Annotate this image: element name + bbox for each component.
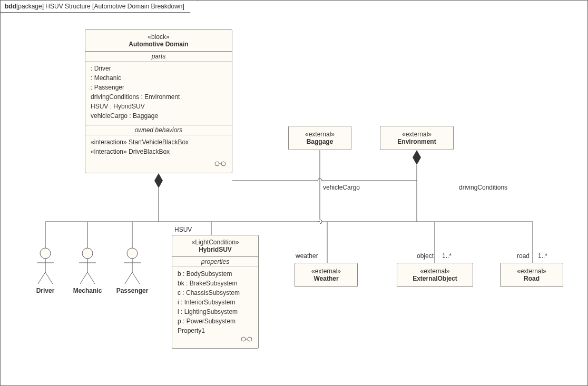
- frame-title: [package] HSUV Structure [Automotive Dom…: [16, 3, 184, 10]
- actor-name: Mechanic: [69, 287, 106, 294]
- section-body-parts: : Driver : Mechanic : Passenger drivingC…: [85, 62, 232, 125]
- part-row: : Passenger: [91, 83, 227, 92]
- svg-line-35: [132, 272, 140, 284]
- composition-diamond-automotive: [154, 173, 163, 188]
- property-row: l : LightingSubsystem: [178, 307, 253, 316]
- block-externalobject: «external» ExternalObject: [397, 263, 473, 287]
- composition-diamond-environment: [413, 150, 421, 165]
- svg-line-24: [38, 272, 45, 284]
- frame-header: bdd[package] HSUV Structure [Automotive …: [1, 1, 198, 13]
- stereotype-label: «external»: [388, 131, 446, 138]
- block-weather: «external» Weather: [295, 263, 358, 287]
- svg-point-19: [248, 337, 252, 341]
- block-header: «LightCondition» HybridSUV: [172, 235, 258, 257]
- svg-line-30: [87, 272, 95, 284]
- stereotype-label: «external»: [296, 131, 344, 138]
- actor-mechanic: Mechanic: [69, 247, 106, 294]
- svg-point-31: [127, 248, 138, 259]
- label-vehiclecargo: vehicleCargo: [323, 184, 360, 191]
- block-environment: «external» Environment: [380, 126, 454, 150]
- glasses-icon: [214, 161, 227, 169]
- behavior-row: «interaction» StartVehicleBlackBox: [91, 137, 227, 147]
- section-title-behaviors: owned behaviors: [85, 125, 232, 135]
- glasses-icon: [240, 336, 253, 344]
- block-name: HybridSUV: [178, 246, 253, 253]
- actor-driver: Driver: [27, 247, 64, 294]
- part-row: drivingConditions : Environment: [91, 92, 227, 102]
- svg-point-16: [221, 162, 226, 166]
- property-row: b : BodySubsystem: [178, 269, 253, 279]
- diagram-frame: bdd[package] HSUV Structure [Automotive …: [0, 0, 588, 386]
- stereotype-label: «external»: [508, 268, 555, 275]
- block-name: Environment: [388, 138, 446, 145]
- section-title-parts: parts: [85, 52, 232, 62]
- actor-passenger: Passenger: [114, 247, 151, 294]
- svg-point-21: [40, 248, 51, 259]
- stereotype-label: «external»: [405, 268, 465, 275]
- block-hybridsuv: «LightCondition» HybridSUV properties b …: [172, 235, 259, 349]
- part-row: vehicleCargo : Baggage: [91, 111, 227, 121]
- property-row: i : InteriorSubsystem: [178, 298, 253, 307]
- part-row: : Driver: [91, 64, 227, 73]
- property-row: bk : BrakeSubsystem: [178, 279, 253, 288]
- block-name: Baggage: [296, 138, 344, 145]
- actor-icon: [35, 247, 56, 285]
- label-road: road: [517, 252, 530, 260]
- label-object: object: [417, 252, 434, 260]
- part-row: : Mechanic: [91, 73, 227, 83]
- svg-line-34: [125, 272, 132, 284]
- svg-point-26: [82, 248, 93, 259]
- stereotype-label: «external»: [302, 268, 350, 275]
- actor-icon: [122, 247, 143, 285]
- part-row: HSUV : HybridSUV: [91, 102, 227, 111]
- block-road: «external» Road: [500, 263, 563, 287]
- block-name: Road: [508, 275, 555, 282]
- label-drivingconditions: drivingConditions: [459, 184, 507, 191]
- block-name: ExternalObject: [405, 275, 465, 282]
- actor-name: Passenger: [114, 287, 151, 294]
- label-road-mult: 1..*: [538, 252, 547, 260]
- block-header: «block» Automotive Domain: [85, 30, 232, 52]
- svg-line-29: [80, 272, 87, 284]
- actor-name: Driver: [27, 287, 64, 294]
- block-name: Weather: [302, 275, 350, 282]
- frame-kind: bdd: [5, 3, 16, 10]
- svg-point-15: [215, 162, 219, 166]
- behavior-row: «interaction» DriveBlackBox: [91, 147, 227, 156]
- property-row: Property1: [178, 326, 253, 335]
- block-name: Automotive Domain: [91, 41, 227, 48]
- property-row: c : ChassisSubsystem: [178, 288, 253, 298]
- property-row: p : PowerSubsystem: [178, 316, 253, 326]
- section-title-properties: properties: [172, 257, 258, 267]
- svg-point-18: [241, 337, 246, 341]
- stereotype-label: «block»: [91, 33, 227, 41]
- block-automotive-domain: «block» Automotive Domain parts : Driver…: [85, 29, 232, 173]
- svg-line-25: [45, 272, 53, 284]
- label-hsuv: HSUV: [174, 226, 192, 233]
- actor-icon: [77, 247, 98, 285]
- label-weather: weather: [296, 252, 318, 260]
- label-object-mult: 1..*: [442, 252, 452, 260]
- block-baggage: «external» Baggage: [288, 126, 351, 150]
- stereotype-label: «LightCondition»: [178, 239, 253, 246]
- section-body-behaviors: «interaction» StartVehicleBlackBox «inte…: [85, 135, 232, 168]
